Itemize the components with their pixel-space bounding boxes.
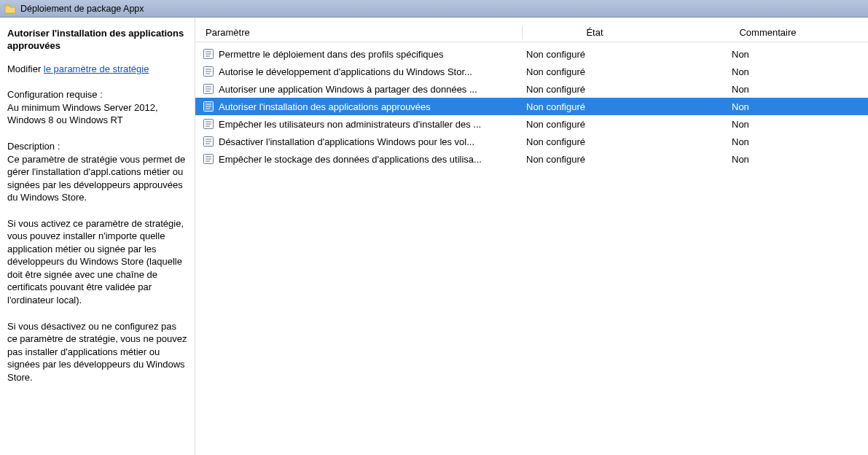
policy-setting-icon [203,118,214,130]
cell-commentaire: Non [668,101,868,112]
cell-parametre: Désactiver l'installation d'applications… [195,136,522,147]
cell-parametre: Empêcher le stockage des données d'appli… [195,153,522,165]
cell-commentaire: Non [668,119,868,130]
description-block-1: Description : Ce paramètre de stratégie … [7,140,187,204]
cell-commentaire: Non [668,154,868,165]
table-row[interactable]: Empêcher les utilisateurs non administra… [195,115,868,133]
description-p3: Si vous désactivez ou ne configurez pas … [7,320,187,384]
cell-etat: Non configuré [522,84,668,95]
edit-policy-line: Modifier le paramètre de stratégie [7,63,187,76]
description-p1: Ce paramètre de stratégie vous permet de… [7,154,185,203]
edit-policy-link[interactable]: le paramètre de stratégie [44,63,149,74]
cell-parametre: Autorise le développement d'applications… [195,66,522,77]
cell-parametre: Permettre le déploiement dans des profil… [195,48,522,60]
config-label: Configuration requise : [7,89,103,100]
policy-setting-icon [203,83,214,95]
cell-parametre-text: Empêcher les utilisateurs non administra… [219,119,481,130]
description-p2: Si vous activez ce paramètre de stratégi… [7,217,187,307]
cell-parametre-text: Autoriser une application Windows à part… [219,84,477,95]
table-row[interactable]: Autoriser une application Windows à part… [195,80,868,98]
cell-parametre: Autoriser l'installation des application… [195,101,522,112]
config-text: Au minimum Windows Server 2012, Windows … [7,102,158,126]
table-row[interactable]: Empêcher le stockage des données d'appli… [195,150,868,168]
policy-setting-icon [203,66,214,77]
cell-etat: Non configuré [522,101,668,112]
table-row[interactable]: Permettre le déploiement dans des profil… [195,45,868,63]
cell-parametre-text: Autoriser l'installation des application… [219,101,431,112]
column-parametre[interactable]: Paramètre [195,27,522,38]
column-etat[interactable]: État [522,27,668,38]
policy-setting-icon [203,153,214,165]
cell-parametre-text: Permettre le déploiement dans des profil… [219,49,444,60]
edit-prefix: Modifier [7,63,44,74]
folder-icon [4,4,16,14]
cell-parametre-text: Désactiver l'installation d'applications… [219,136,474,147]
cell-parametre: Autoriser une application Windows à part… [195,83,522,95]
list-pane: Paramètre État Commentaire Permettre le … [195,18,868,455]
policy-setting-icon [203,48,214,60]
rows-container: Permettre le déploiement dans des profil… [195,42,868,168]
content-area: Autoriser l'installation des application… [0,18,868,455]
svg-rect-0 [5,4,9,6]
cell-parametre-text: Autorise le développement d'applications… [219,66,472,77]
cell-commentaire: Non [668,136,868,147]
table-row[interactable]: Désactiver l'installation d'applications… [195,133,868,150]
cell-etat: Non configuré [522,119,668,130]
cell-commentaire: Non [668,49,868,60]
column-commentaire[interactable]: Commentaire [668,27,868,38]
table-row[interactable]: Autorise le développement d'applications… [195,63,868,80]
cell-etat: Non configuré [522,154,668,165]
table-row[interactable]: Autoriser l'installation des application… [195,98,868,115]
cell-etat: Non configuré [522,136,668,147]
cell-parametre-text: Empêcher le stockage des données d'appli… [219,154,482,165]
policy-setting-icon [203,101,214,112]
description-label: Description : [7,141,60,152]
cell-commentaire: Non [668,84,868,95]
column-headers: Paramètre État Commentaire [195,23,868,42]
cell-etat: Non configuré [522,49,668,60]
policy-heading: Autoriser l'installation des application… [7,28,187,52]
cell-etat: Non configuré [522,66,668,77]
policy-setting-icon [203,136,214,147]
config-requirements: Configuration requise : Au minimum Windo… [7,88,187,127]
titlebar-title: Déploiement de package Appx [20,4,144,14]
cell-parametre: Empêcher les utilisateurs non administra… [195,118,522,130]
cell-commentaire: Non [668,66,868,77]
details-pane: Autoriser l'installation des application… [0,18,195,455]
titlebar: Déploiement de package Appx [0,0,868,18]
